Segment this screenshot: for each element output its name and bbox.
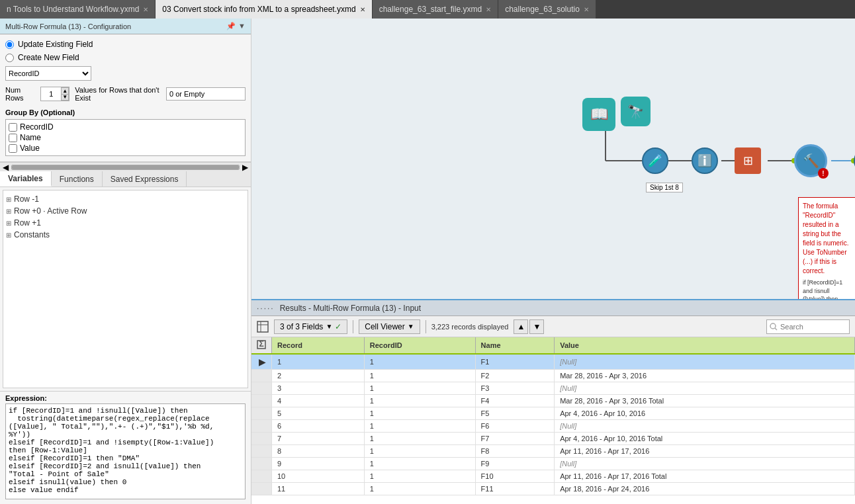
group-name-checkbox[interactable] <box>9 134 17 142</box>
expression-input[interactable]: if [RecordID]=1 and !isnull([Value]) the… <box>5 403 246 499</box>
group-value-checkbox[interactable] <box>9 144 17 153</box>
fields-dropdown-arrow: ▼ <box>326 323 332 330</box>
tab-bar: n Tools to Understand Workflow.yxmd ✕ 03… <box>0 0 855 19</box>
nav-arrows: ▲ ▼ <box>514 319 544 334</box>
tab-1-close[interactable]: ✕ <box>143 6 148 13</box>
table-icon-area <box>257 321 269 333</box>
nav-up-button[interactable]: ▲ <box>514 319 528 334</box>
num-up-arrow[interactable]: ▲ <box>61 87 69 94</box>
tab-variables[interactable]: Variables <box>0 171 52 187</box>
node-5[interactable]: ⊞ <box>735 147 761 174</box>
cell-recordid: 1 <box>364 483 475 495</box>
tab-2[interactable]: 03 Convert stock info from XML to a spre… <box>156 0 372 19</box>
minimize-icon[interactable]: ▼ <box>238 22 246 30</box>
expression-section: Expression: if [RecordID]=1 and !isnull(… <box>0 391 251 504</box>
expand-icon-0: ⊞ <box>6 196 11 203</box>
group-recordid-label: RecordID <box>20 122 54 132</box>
cell-name: F10 <box>475 470 555 483</box>
tab-4[interactable]: challenge_63_solutio ✕ <box>498 0 596 19</box>
fields-button[interactable]: 3 of 3 Fields ▼ ✓ <box>274 319 347 334</box>
table-icon <box>257 321 269 333</box>
node-3[interactable]: 🧪 <box>642 147 668 174</box>
tree-row-minus1[interactable]: ⊞ Row -1 <box>6 193 245 205</box>
right-panel: 📖 🔭 🧪 ℹ️ ⊞ 🔨 ! <box>251 19 855 504</box>
col-header-value[interactable]: Value <box>555 337 855 354</box>
node-formula-active[interactable]: 🔨 ! <box>794 144 827 177</box>
cell-name: F7 <box>475 433 555 445</box>
cell-value: Apr 11, 2016 - Apr 17, 2016 Total <box>555 470 855 483</box>
cell-value: [Null] <box>555 382 855 395</box>
create-new-radio[interactable] <box>5 54 14 62</box>
node-sample[interactable]: 🔭 <box>621 97 651 126</box>
table-row[interactable]: 31F3[Null] <box>251 382 855 395</box>
main-area: Multi-Row Formula (13) - Configuration 📌… <box>0 19 855 504</box>
cell-name: F4 <box>475 395 555 407</box>
num-rows-input-wrap: ▲ ▼ <box>40 87 69 101</box>
table-row[interactable]: 61F6[Null] <box>251 420 855 433</box>
table-row[interactable]: 81F8Apr 11, 2016 - Apr 17, 2016 <box>251 445 855 458</box>
cell-name: F11 <box>475 483 555 495</box>
col-header-record[interactable]: Record <box>272 337 365 354</box>
tree-area: ⊞ Row -1 ⊞ Row +0 · Active Row ⊞ Row +1 … <box>3 190 248 388</box>
sum-icon: Σ <box>257 340 266 349</box>
fields-button-label: 3 of 3 Fields <box>280 322 323 331</box>
group-recordid-checkbox[interactable] <box>9 123 17 132</box>
canvas-area[interactable]: 📖 🔭 🧪 ℹ️ ⊞ 🔨 ! <box>251 19 855 299</box>
table-row[interactable]: 111F11Apr 18, 2016 - Apr 24, 2016 <box>251 483 855 495</box>
cell-record-num: 4 <box>272 395 365 407</box>
cell-recordid: 1 <box>364 433 475 445</box>
num-rows-label: Num Rows <box>5 86 35 102</box>
tab-3[interactable]: challenge_63_start_file.yxmd ✕ <box>373 0 498 19</box>
tab-functions[interactable]: Functions <box>52 171 103 187</box>
search-icon <box>770 323 778 331</box>
tab-saved-expressions[interactable]: Saved Expressions <box>103 171 187 187</box>
results-table: Σ Record RecordID Name Value ▶11F1[Null]… <box>251 337 855 495</box>
num-rows-input[interactable] <box>41 87 61 101</box>
values-input[interactable] <box>166 87 246 101</box>
svg-line-20 <box>775 328 777 330</box>
cell-name: F1 <box>475 354 555 370</box>
table-row[interactable]: 41F4Mar 28, 2016 - Apr 3, 2016 Total <box>251 395 855 407</box>
records-count: 3,223 records displayed <box>431 323 509 331</box>
col-header-recordid[interactable]: RecordID <box>364 337 475 354</box>
tab-2-close[interactable]: ✕ <box>360 6 365 13</box>
cell-recordid: 1 <box>364 420 475 433</box>
tree-label-3: Constants <box>14 230 50 239</box>
table-row[interactable]: 51F5Apr 4, 2016 - Apr 10, 2016 <box>251 407 855 420</box>
tab-3-label: challenge_63_start_file.yxmd <box>379 5 482 14</box>
update-existing-radio[interactable] <box>5 40 14 49</box>
pin-icon[interactable]: 📌 <box>226 22 236 30</box>
tree-row-plus1[interactable]: ⊞ Row +1 <box>6 217 245 229</box>
table-row[interactable]: 21F2Mar 28, 2016 - Apr 3, 2016 <box>251 370 855 382</box>
results-header-text: Results - Multi-Row Formula (13) - Input <box>280 304 421 313</box>
cell-record-num: 7 <box>272 433 365 445</box>
tab-3-close[interactable]: ✕ <box>486 6 491 13</box>
results-header: ····· Results - Multi-Row Formula (13) -… <box>251 300 855 316</box>
node-browse[interactable]: 📖 <box>582 98 615 131</box>
table-row[interactable]: 71F7Apr 4, 2016 - Apr 10, 2016 Total <box>251 433 855 445</box>
tree-row-active[interactable]: ⊞ Row +0 · Active Row <box>6 205 245 217</box>
col-header-name[interactable]: Name <box>475 337 555 354</box>
nav-down-button[interactable]: ▼ <box>529 319 544 334</box>
node-4[interactable]: ℹ️ <box>692 147 718 174</box>
field-select[interactable]: RecordID Name Value <box>5 66 91 81</box>
cell-recordid: 1 <box>364 354 475 370</box>
table-row[interactable]: 101F10Apr 11, 2016 - Apr 17, 2016 Total <box>251 470 855 483</box>
table-row[interactable]: 91F9[Null] <box>251 458 855 470</box>
cell-name: F8 <box>475 445 555 458</box>
scroll-left-icon[interactable]: ◀ <box>3 163 9 172</box>
table-row[interactable]: ▶11F1[Null] <box>251 354 855 370</box>
cell-recordid: 1 <box>364 407 475 420</box>
scroll-right-icon[interactable]: ▶ <box>242 163 248 172</box>
cell-viewer-button[interactable]: Cell Viewer ▼ <box>359 319 420 334</box>
tab-4-close[interactable]: ✕ <box>584 6 589 13</box>
cell-name: F9 <box>475 458 555 470</box>
cell-record-num: 10 <box>272 470 365 483</box>
tree-row-constants[interactable]: ⊞ Constants <box>6 229 245 241</box>
num-down-arrow[interactable]: ▼ <box>61 94 69 101</box>
search-input[interactable] <box>780 323 846 331</box>
group-value-label: Value <box>20 144 40 153</box>
tab-1[interactable]: n Tools to Understand Workflow.yxmd ✕ <box>0 0 156 19</box>
tab-4-label: challenge_63_solutio <box>505 5 580 14</box>
values-label: Values for Rows that don't Exist <box>75 86 161 102</box>
